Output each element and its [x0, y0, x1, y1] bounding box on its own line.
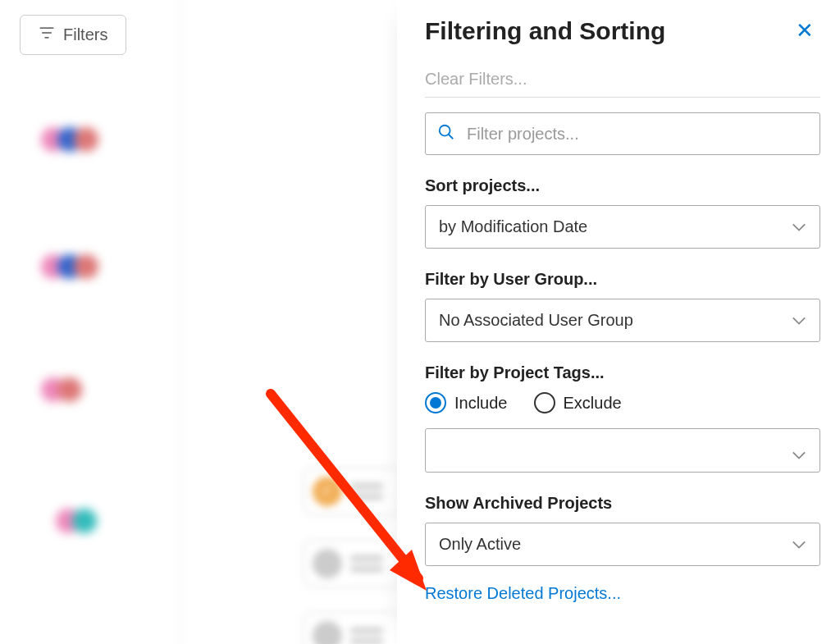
chevron-down-icon — [792, 535, 806, 554]
tags-exclude-radio[interactable]: Exclude — [534, 392, 622, 413]
close-button[interactable]: ✕ — [789, 15, 820, 47]
chevron-down-icon — [792, 217, 806, 236]
sort-value: by Modification Date — [439, 217, 587, 236]
filter-icon — [39, 25, 55, 44]
restore-deleted-link[interactable]: Restore Deleted Projects... — [425, 584, 820, 603]
archived-label: Show Archived Projects — [425, 494, 820, 513]
svg-line-4 — [449, 135, 454, 139]
close-icon: ✕ — [796, 18, 814, 43]
panel-title: Filtering and Sorting — [425, 17, 665, 45]
sort-label: Sort projects... — [425, 176, 820, 195]
chevron-down-icon — [792, 311, 806, 330]
radio-unselected-icon — [534, 392, 555, 413]
filter-search-input[interactable] — [467, 125, 808, 144]
archived-select[interactable]: Only Active — [425, 523, 820, 566]
tags-include-label: Include — [454, 394, 508, 413]
filters-button[interactable]: Filters — [20, 15, 126, 55]
user-group-select[interactable]: No Associated User Group — [425, 299, 820, 342]
tags-label: Filter by Project Tags... — [425, 363, 820, 382]
content-blurred — [304, 468, 402, 644]
tags-include-radio[interactable]: Include — [425, 392, 508, 413]
sidebar-blurred — [0, 0, 180, 644]
archived-value: Only Active — [439, 535, 521, 554]
chevron-down-icon — [792, 449, 806, 464]
tags-exclude-label: Exclude — [564, 394, 622, 413]
sort-select[interactable]: by Modification Date — [425, 205, 820, 249]
tags-select[interactable] — [425, 428, 820, 473]
radio-selected-icon — [425, 392, 446, 413]
user-group-label: Filter by User Group... — [425, 270, 820, 289]
clear-filters-link[interactable]: Clear Filters... — [425, 70, 820, 98]
user-group-value: No Associated User Group — [439, 311, 633, 330]
filters-button-label: Filters — [63, 25, 107, 44]
filter-panel: Filtering and Sorting ✕ Clear Filters...… — [397, 0, 840, 644]
search-icon — [437, 123, 455, 144]
svg-point-3 — [440, 126, 450, 136]
filter-search-box[interactable] — [425, 112, 820, 155]
